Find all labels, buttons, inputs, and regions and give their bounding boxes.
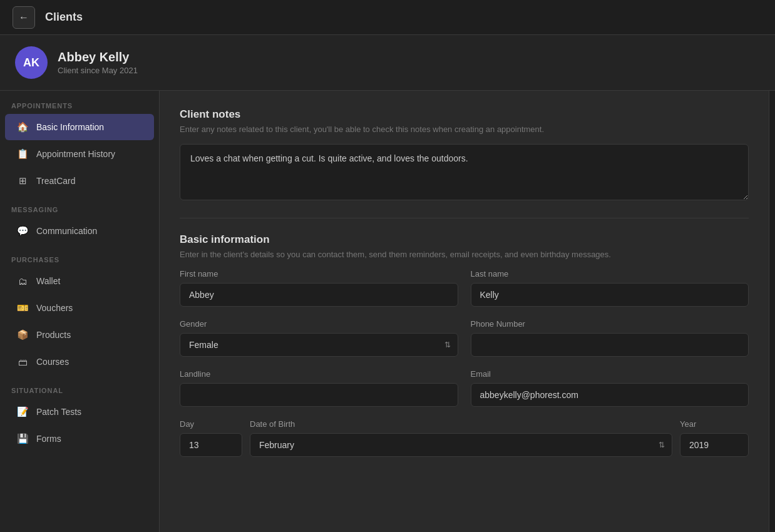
dob-month-select[interactable]: January February March April May June Ju… xyxy=(250,433,672,457)
avatar: AK xyxy=(15,46,48,79)
main-layout: Appointments 🏠 Basic Information 📋 Appoi… xyxy=(0,91,775,532)
sidebar-label-vouchers: Vouchers xyxy=(36,303,73,313)
gender-select[interactable]: Female Male Non-binary Prefer not to say xyxy=(180,333,458,357)
chat-icon: 💬 xyxy=(16,225,29,237)
dob-year-group: Year xyxy=(680,419,749,457)
dob-month-select-wrapper: January February March April May June Ju… xyxy=(250,433,672,457)
sidebar-item-communication[interactable]: 💬 Communication xyxy=(5,218,154,244)
profile-info: Abbey Kelly Client since May 2021 xyxy=(58,50,138,75)
courses-icon: 🗃 xyxy=(16,356,29,368)
sidebar-item-products[interactable]: 📦 Products xyxy=(5,322,154,348)
gender-label: Gender xyxy=(180,319,458,329)
forms-icon: 💾 xyxy=(16,432,29,445)
wallet-icon: 🗂 xyxy=(16,275,29,287)
sidebar-item-vouchers[interactable]: 🎫 Vouchers xyxy=(5,295,154,321)
sidebar-label-basic-information: Basic Information xyxy=(36,122,104,132)
gender-group: Gender Female Male Non-binary Prefer not… xyxy=(180,319,458,357)
sidebar-label-communication: Communication xyxy=(36,226,97,236)
patch-icon: 📝 xyxy=(16,406,29,418)
sidebar-item-treatcard[interactable]: ⊞ TreatCard xyxy=(5,168,154,194)
sidebar-section-messaging: Messaging xyxy=(0,195,159,217)
sidebar-item-patch-tests[interactable]: 📝 Patch Tests xyxy=(5,399,154,425)
phone-input[interactable] xyxy=(471,333,749,357)
phone-label: Phone Number xyxy=(471,319,749,329)
email-group: Email xyxy=(471,369,749,407)
email-label: Email xyxy=(471,369,749,379)
right-accent xyxy=(769,91,775,532)
phone-group: Phone Number xyxy=(471,319,749,357)
profile-name: Abbey Kelly xyxy=(58,50,138,64)
landline-group: Landline xyxy=(180,369,458,407)
topbar: ← Clients xyxy=(0,0,775,35)
landline-email-row: Landline Email xyxy=(180,369,749,407)
sidebar-item-courses[interactable]: 🗃 Courses xyxy=(5,349,154,375)
client-notes-section: Client notes Enter any notes related to … xyxy=(180,108,749,203)
sidebar: Appointments 🏠 Basic Information 📋 Appoi… xyxy=(0,91,160,532)
gender-select-wrapper: Female Male Non-binary Prefer not to say xyxy=(180,333,458,357)
sidebar-item-basic-information[interactable]: 🏠 Basic Information xyxy=(5,114,154,140)
last-name-group: Last name xyxy=(471,269,749,307)
basic-info-title: Basic information xyxy=(180,233,749,246)
first-name-label: First name xyxy=(180,269,458,279)
sidebar-label-appointment-history: Appointment History xyxy=(36,149,115,159)
dob-day-group: Day xyxy=(180,419,242,457)
first-name-group: First name xyxy=(180,269,458,307)
sidebar-label-wallet: Wallet xyxy=(36,276,60,286)
products-icon: 📦 xyxy=(16,329,29,341)
sidebar-label-patch-tests: Patch Tests xyxy=(36,407,81,417)
content-area: Client notes Enter any notes related to … xyxy=(160,91,769,532)
clipboard-icon: 📋 xyxy=(16,148,29,160)
client-notes-textarea[interactable]: Loves a chat when getting a cut. Is quit… xyxy=(180,144,749,200)
profile-since: Client since May 2021 xyxy=(58,66,138,75)
name-row: First name Last name xyxy=(180,269,749,307)
dob-month-label: Date of Birth xyxy=(250,419,672,429)
back-button[interactable]: ← xyxy=(13,6,35,29)
last-name-label: Last name xyxy=(471,269,749,279)
dob-year-label: Year xyxy=(680,419,749,429)
sidebar-label-treatcard: TreatCard xyxy=(36,176,76,186)
email-input[interactable] xyxy=(471,383,749,407)
profile-header: AK Abbey Kelly Client since May 2021 xyxy=(0,35,775,91)
sidebar-section-situational: Situational xyxy=(0,376,159,398)
home-icon: 🏠 xyxy=(16,121,29,133)
basic-info-subtitle: Enter in the client's details so you can… xyxy=(180,250,749,259)
voucher-icon: 🎫 xyxy=(16,302,29,314)
sidebar-section-purchases: Purchases xyxy=(0,245,159,267)
dob-row: Day Date of Birth January February March… xyxy=(180,419,749,457)
topbar-title: Clients xyxy=(45,11,83,24)
sidebar-item-forms[interactable]: 💾 Forms xyxy=(5,426,154,452)
client-notes-title: Client notes xyxy=(180,108,749,121)
basic-info-section: Basic information Enter in the client's … xyxy=(180,233,749,457)
dob-day-label: Day xyxy=(180,419,242,429)
sidebar-label-products: Products xyxy=(36,330,71,340)
back-icon: ← xyxy=(19,12,29,23)
sidebar-section-appointments: Appointments xyxy=(0,91,159,113)
dob-day-input[interactable] xyxy=(180,433,242,457)
client-notes-subtitle: Enter any notes related to this client, … xyxy=(180,125,749,134)
dob-month-group: Date of Birth January February March Apr… xyxy=(250,419,672,457)
last-name-input[interactable] xyxy=(471,283,749,307)
sidebar-item-wallet[interactable]: 🗂 Wallet xyxy=(5,268,154,294)
sidebar-item-appointment-history[interactable]: 📋 Appointment History xyxy=(5,141,154,167)
sidebar-label-courses: Courses xyxy=(36,357,69,367)
landline-input[interactable] xyxy=(180,383,458,407)
grid-icon: ⊞ xyxy=(16,175,29,187)
section-divider-1 xyxy=(180,218,749,218)
dob-year-input[interactable] xyxy=(680,433,749,457)
first-name-input[interactable] xyxy=(180,283,458,307)
landline-label: Landline xyxy=(180,369,458,379)
gender-phone-row: Gender Female Male Non-binary Prefer not… xyxy=(180,319,749,357)
sidebar-label-forms: Forms xyxy=(36,434,61,444)
